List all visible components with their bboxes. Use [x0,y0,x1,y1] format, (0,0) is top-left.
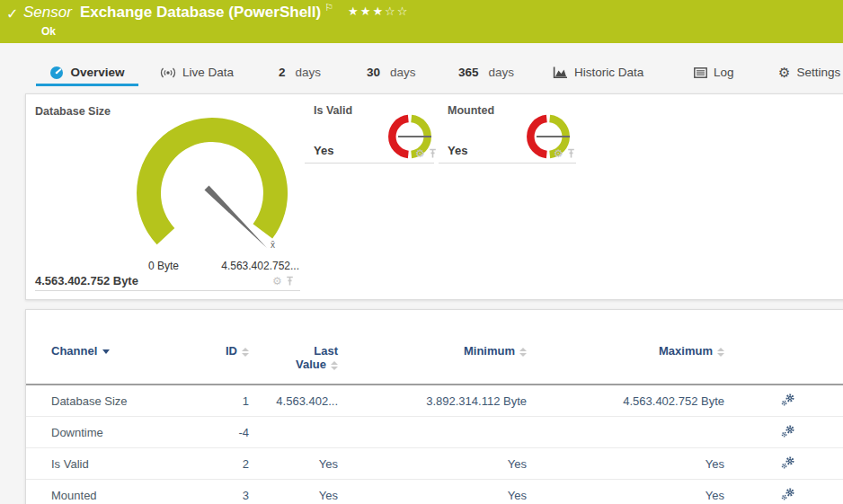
tab-live-data[interactable]: Live Data [160,61,234,84]
table-row: Downtime -4 [26,417,843,448]
historic-chart-icon [553,66,568,79]
gauge-pin-icon[interactable] [429,148,437,159]
gauge-scale-max: 4.563.402.752... [188,260,299,272]
cell-id: 1 [213,394,249,408]
channel-table: Channel ID Last Value Minimum Maximum [26,310,843,504]
tab-30-days[interactable]: 30 days [367,61,416,84]
tab-365-days[interactable]: 365 days [458,61,514,84]
tab-2-days[interactable]: 2 days [279,61,321,84]
channel-settings-gears-icon[interactable] [781,455,795,473]
gauge-icon [49,66,64,80]
gauge-value-mounted: Yes [448,144,467,157]
sort-desc-icon [102,349,110,354]
gauge-value-is-valid: Yes [314,144,333,157]
gauge-title-database-size: Database Size [35,105,111,118]
tab-bar: Overview Live Data 2 days 30 days 365 da… [0,61,843,86]
gauge-settings-icon[interactable]: ⚙ [272,276,282,287]
cell-channel[interactable]: Downtime [26,426,213,439]
sort-icon [242,348,249,357]
column-header-id[interactable]: ID [213,344,249,358]
sort-icon [331,361,338,370]
cell-channel[interactable]: Mounted [26,489,213,502]
gauge-title-mounted: Mounted [448,104,494,117]
sort-icon [717,348,724,357]
channel-settings-gears-icon[interactable] [781,393,795,410]
column-header-last-value[interactable]: Last Value [249,344,338,371]
gauge-pin-icon[interactable] [567,148,575,159]
gauge-value-database-size: 4.563.402.752 Byte [35,274,138,287]
cell-channel[interactable]: Database Size [26,394,213,408]
cell-channel[interactable]: Is Valid [26,457,213,471]
channel-settings-gears-icon[interactable] [781,424,795,441]
gauge-average-marker: x̄ [271,240,275,250]
sort-icon [519,348,527,357]
cell-maximum: Yes [527,457,724,471]
page-title: Exchange Database (PowerShell) [80,4,321,22]
column-header-maximum[interactable]: Maximum [527,344,724,358]
live-data-icon [160,66,176,79]
overview-gauges-panel: Database Size 0 Byte 4.563.402.752... x̄… [25,93,843,300]
table-row: Database Size 1 4.563.402... 3.892.314.1… [26,385,843,417]
object-kind-label: Sensor [23,4,72,22]
priority-stars[interactable]: ★★★☆☆ [348,4,409,18]
tab-settings[interactable]: ⚙ Settings [778,61,840,84]
divider [35,290,300,291]
settings-gear-icon: ⚙ [778,66,790,79]
ok-check-icon: ✓ [6,5,18,22]
cell-minimum: Yes [338,489,527,502]
channel-settings-gears-icon[interactable] [781,487,795,504]
gauge-toolbar-database-size: ⚙ [272,276,294,287]
table-row: Mounted 3 Yes Yes Yes [26,480,843,504]
channel-table-panel: Channel ID Last Value Minimum Maximum [25,309,843,504]
flag-icon[interactable]: ⚐ [324,2,333,13]
gauge-toolbar-is-valid: ⚙ [415,148,437,159]
divider [439,163,576,164]
cell-id: -4 [213,426,249,439]
gauge-title-is-valid: Is Valid [314,104,352,117]
divider [305,163,434,164]
gauge-settings-icon[interactable]: ⚙ [415,148,425,159]
tab-log[interactable]: Log [694,61,734,84]
gauge-settings-icon[interactable]: ⚙ [554,148,563,159]
cell-maximum: Yes [527,489,724,502]
cell-minimum: 3.892.314.112 Byte [338,394,527,408]
cell-maximum: 4.563.402.752 Byte [527,394,724,408]
tab-historic-data[interactable]: Historic Data [553,61,643,84]
sensor-status-text: Ok [41,25,56,38]
cell-last-value: Yes [249,489,338,502]
gauge-scale-min: 0 Byte [148,260,179,272]
log-list-icon [694,67,707,78]
gauge-pin-icon[interactable] [286,276,294,287]
table-header-row: Channel ID Last Value Minimum Maximum [26,310,843,385]
gauge-toolbar-mounted: ⚙ [554,148,575,159]
table-row: Is Valid 2 Yes Yes Yes [26,448,843,480]
tab-overview[interactable]: Overview [36,61,138,86]
database-size-gauge [137,118,288,253]
cell-last-value: Yes [249,457,338,471]
sensor-status-header: ✓ Sensor Exchange Database (PowerShell) … [0,0,843,43]
cell-id: 2 [213,457,249,471]
column-header-minimum[interactable]: Minimum [338,344,527,358]
cell-last-value: 4.563.402... [249,394,338,408]
cell-id: 3 [213,489,249,502]
column-header-channel[interactable]: Channel [26,344,213,358]
cell-minimum: Yes [338,457,527,471]
prtg-sensor-page: ✓ Sensor Exchange Database (PowerShell) … [0,0,843,504]
